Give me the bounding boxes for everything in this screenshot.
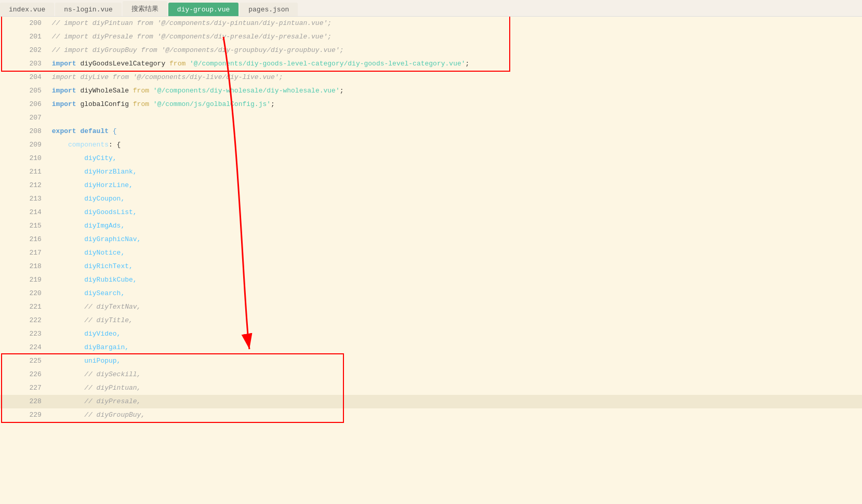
line-code: diyHorzLine,: [48, 179, 862, 192]
line-code: import globalConfig from '@/common/js/go…: [48, 98, 862, 111]
table-row: 203import diyGoodsLevelCategory from '@/…: [0, 57, 862, 71]
table-row: 214 diyGoodsList,: [0, 206, 862, 219]
line-number: 209: [0, 138, 48, 152]
line-code: diyGraphicNav,: [48, 233, 862, 246]
line-code: diyRubikCube,: [48, 273, 862, 287]
line-code: // import diyGroupBuy from '@/components…: [48, 44, 862, 57]
line-code: diyBargain,: [48, 341, 862, 354]
line-number: 211: [0, 165, 48, 179]
line-number: 222: [0, 314, 48, 327]
table-row: 224 diyBargain,: [0, 341, 862, 354]
line-code: diyVideo,: [48, 327, 862, 341]
table-row: 201// import diyPresale from '@/componen…: [0, 30, 862, 44]
table-row: 216 diyGraphicNav,: [0, 233, 862, 246]
line-number: 226: [0, 368, 48, 381]
line-code: // diyGroupBuy,: [48, 408, 862, 422]
tab-pages-json[interactable]: pages.json: [240, 3, 298, 16]
table-row: 212 diyHorzLine,: [0, 179, 862, 192]
table-row: 229 // diyGroupBuy,: [0, 408, 862, 422]
code-table: 200// import diyPintuan from '@/componen…: [0, 17, 862, 422]
line-number: 214: [0, 206, 48, 219]
line-number: 220: [0, 287, 48, 300]
tabs-bar: index.vue ns-login.vue 搜索结果 diy-group.vu…: [0, 0, 862, 17]
table-row: 228 // diyPresale,: [0, 395, 862, 408]
line-code: // diyPresale,: [48, 395, 862, 408]
line-number: 212: [0, 179, 48, 192]
line-code: // diyPintuan,: [48, 381, 862, 395]
table-row: 226 // diySeckill,: [0, 368, 862, 381]
table-row: 204import diyLive from '@/components/diy…: [0, 71, 862, 84]
tab-index-vue[interactable]: index.vue: [0, 3, 54, 16]
line-number: 203: [0, 57, 48, 71]
line-number: 217: [0, 246, 48, 260]
line-number: 216: [0, 233, 48, 246]
table-row: 218 diyRichText,: [0, 260, 862, 273]
line-number: 224: [0, 341, 48, 354]
table-row: 220 diySearch,: [0, 287, 862, 300]
line-number: 218: [0, 260, 48, 273]
table-row: 225 uniPopup,: [0, 354, 862, 368]
line-number: 205: [0, 84, 48, 98]
line-number: 221: [0, 300, 48, 314]
line-code: // import diyPresale from '@/components/…: [48, 30, 862, 44]
table-row: 221 // diyTextNav,: [0, 300, 862, 314]
tab-diy-group-vue[interactable]: diy-group.vue: [168, 3, 238, 16]
line-code: diyGoodsList,: [48, 206, 862, 219]
table-row: 200// import diyPintuan from '@/componen…: [0, 17, 862, 30]
table-row: 213 diyCoupon,: [0, 192, 862, 206]
line-code: // diySeckill,: [48, 368, 862, 381]
line-code: diyImgAds,: [48, 219, 862, 233]
line-number: 208: [0, 125, 48, 138]
line-number: 215: [0, 219, 48, 233]
line-code: diyRichText,: [48, 260, 862, 273]
line-code: import diyWholeSale from '@/components/d…: [48, 84, 862, 98]
tab-ns-login-vue[interactable]: ns-login.vue: [55, 3, 122, 16]
table-row: 222 // diyTitle,: [0, 314, 862, 327]
line-code: uniPopup,: [48, 354, 862, 368]
line-number: 227: [0, 381, 48, 395]
line-number: 213: [0, 192, 48, 206]
line-number: 201: [0, 30, 48, 44]
line-number: 200: [0, 17, 48, 30]
line-code: // diyTextNav,: [48, 300, 862, 314]
line-code: export default {: [48, 125, 862, 138]
line-code: import diyGoodsLevelCategory from '@/com…: [48, 57, 862, 71]
table-row: 217 diyNotice,: [0, 246, 862, 260]
line-number: 210: [0, 152, 48, 165]
table-row: 205import diyWholeSale from '@/component…: [0, 84, 862, 98]
table-row: 206import globalConfig from '@/common/js…: [0, 98, 862, 111]
code-area: 200// import diyPintuan from '@/componen…: [0, 17, 862, 504]
line-number: 223: [0, 327, 48, 341]
line-code: // import diyPintuan from '@/components/…: [48, 17, 862, 30]
line-code: components: {: [48, 138, 862, 152]
tab-search-result[interactable]: 搜索结果: [123, 1, 167, 16]
table-row: 208export default {: [0, 125, 862, 138]
line-number: 225: [0, 354, 48, 368]
line-number: 204: [0, 71, 48, 84]
line-code: [48, 111, 862, 125]
line-code: // diyTitle,: [48, 314, 862, 327]
line-code: diyHorzBlank,: [48, 165, 862, 179]
line-number: 207: [0, 111, 48, 125]
table-row: 209 components: {: [0, 138, 862, 152]
line-number: 228: [0, 395, 48, 408]
line-code: diySearch,: [48, 287, 862, 300]
table-row: 207: [0, 111, 862, 125]
line-number: 229: [0, 408, 48, 422]
line-code: diyNotice,: [48, 246, 862, 260]
table-row: 211 diyHorzBlank,: [0, 165, 862, 179]
line-code: diyCity,: [48, 152, 862, 165]
line-number: 202: [0, 44, 48, 57]
line-number: 219: [0, 273, 48, 287]
table-row: 227 // diyPintuan,: [0, 381, 862, 395]
table-row: 219 diyRubikCube,: [0, 273, 862, 287]
line-number: 206: [0, 98, 48, 111]
table-row: 210 diyCity,: [0, 152, 862, 165]
table-row: 202// import diyGroupBuy from '@/compone…: [0, 44, 862, 57]
table-row: 215 diyImgAds,: [0, 219, 862, 233]
line-code: diyCoupon,: [48, 192, 862, 206]
line-code: import diyLive from '@/components/diy-li…: [48, 71, 862, 84]
table-row: 223 diyVideo,: [0, 327, 862, 341]
